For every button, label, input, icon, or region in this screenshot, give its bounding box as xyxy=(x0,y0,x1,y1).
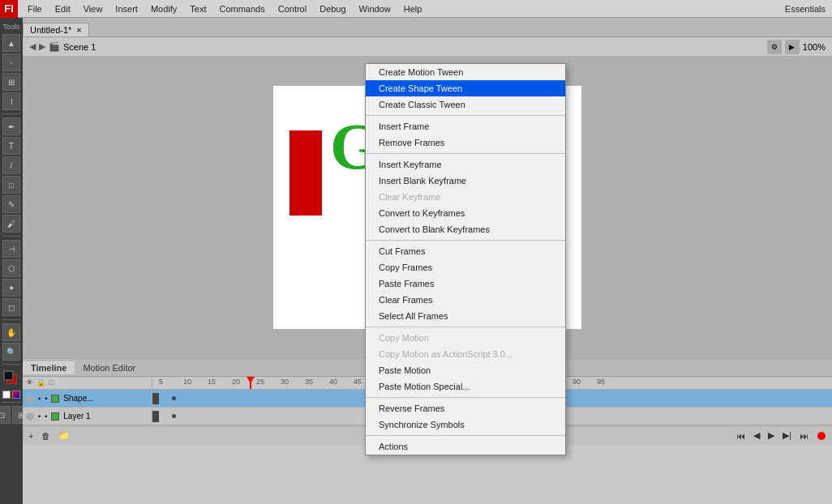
ctx-create-motion-tween[interactable]: Create Motion Tween xyxy=(366,64,565,80)
eyedropper-tool[interactable]: ✦ xyxy=(2,279,20,297)
hand-tool[interactable]: ✋ xyxy=(2,323,20,341)
play-next-btn[interactable]: ▶| xyxy=(780,429,794,442)
menu-insert[interactable]: Insert xyxy=(109,2,144,15)
subselection-tool[interactable]: ◦ xyxy=(2,53,20,71)
stage-icon-2[interactable]: ▶ xyxy=(785,40,800,54)
playhead xyxy=(250,377,251,389)
file-tab-active[interactable]: Untitled-1* × xyxy=(23,23,89,36)
layer-name-1: Layer 1 xyxy=(63,412,148,421)
menu-commands[interactable]: Commands xyxy=(212,2,271,15)
ctx-clear-frames[interactable]: Clear Frames xyxy=(366,292,565,308)
menu-view[interactable]: View xyxy=(77,2,109,15)
type-icon: □ xyxy=(49,378,53,387)
keyframe-shape-0 xyxy=(152,393,159,404)
menu-modify[interactable]: Modify xyxy=(144,2,183,15)
tab-motion-editor[interactable]: Motion Editor xyxy=(75,361,144,374)
eraser-tool[interactable]: ◻ xyxy=(2,298,20,316)
layer-shape-icon xyxy=(26,395,34,403)
stroke-color-swatch[interactable] xyxy=(3,370,14,381)
tool-divider-1 xyxy=(2,113,20,114)
bone-tool[interactable]: ⊣ xyxy=(2,240,20,258)
play-first-btn[interactable]: ⏮ xyxy=(734,430,748,442)
tools-label: Tools xyxy=(2,21,21,32)
eye-icon: 👁 xyxy=(26,378,33,387)
ruler-mark-35: 35 xyxy=(305,378,313,386)
tool-divider-4 xyxy=(2,364,20,365)
free-transform-tool[interactable]: ⊞ xyxy=(2,73,20,91)
file-tab-label: Untitled-1* xyxy=(30,25,71,35)
lock-icon-1[interactable]: • xyxy=(45,412,47,421)
paint-bucket-tool[interactable]: ⬡ xyxy=(2,259,20,277)
ctx-remove-frames[interactable]: Remove Frames xyxy=(366,135,565,151)
screen-mode-btn[interactable]: ⊡ xyxy=(0,406,11,424)
zoom-tool[interactable]: 🔍 xyxy=(2,343,20,361)
lasso-tool[interactable]: ⌇ xyxy=(2,92,20,110)
lock-icon-shape[interactable]: • xyxy=(45,395,47,403)
lock-icon: 🔒 xyxy=(36,378,45,387)
selection-tool[interactable]: ▲ xyxy=(2,34,20,52)
ctx-convert-blank-keyframes[interactable]: Convert to Blank Keyframes xyxy=(366,221,565,237)
ctx-insert-frame[interactable]: Insert Frame xyxy=(366,118,565,135)
ruler-mark-5: 5 xyxy=(159,378,163,386)
ruler-mark-30: 30 xyxy=(281,378,289,386)
play-last-btn[interactable]: ⏭ xyxy=(797,430,811,442)
line-tool[interactable]: / xyxy=(2,156,20,174)
menu-help[interactable]: Help xyxy=(397,2,429,15)
tool-divider-5 xyxy=(2,402,20,403)
ctx-paste-motion-special[interactable]: Paste Motion Special... xyxy=(366,378,565,395)
swap-color-btn[interactable] xyxy=(12,391,20,399)
menu-text[interactable]: Text xyxy=(183,2,212,15)
play-btn[interactable]: ▶ xyxy=(766,429,777,442)
text-tool[interactable]: T xyxy=(2,137,20,155)
ctx-copy-motion: Copy Motion xyxy=(366,330,565,346)
toolbar: Tools ▲ ◦ ⊞ ⌇ ✒ T / □ ✎ 🖌 ⊣ ⬡ ✦ ◻ ✋ 🔍 xyxy=(0,18,23,504)
playhead-arrow xyxy=(247,377,255,383)
breadcrumb-scene[interactable]: Scene 1 xyxy=(63,42,96,52)
menu-control[interactable]: Control xyxy=(272,2,313,15)
brush-tool[interactable]: 🖌 xyxy=(2,215,20,233)
add-layer-btn[interactable]: + xyxy=(26,430,36,442)
ctx-cut-frames[interactable]: Cut Frames xyxy=(366,243,565,259)
ctx-sep-4 xyxy=(366,327,565,327)
pencil-tool[interactable]: ✎ xyxy=(2,195,20,213)
ctx-actions[interactable]: Actions xyxy=(366,438,565,455)
timeline-ruler-left: 👁 🔒 □ xyxy=(23,377,152,389)
eye-icon-shape[interactable]: • xyxy=(38,395,41,403)
play-prev-btn[interactable]: ◀ xyxy=(751,429,762,442)
tool-divider-2 xyxy=(2,236,20,237)
ctx-copy-frames[interactable]: Copy Frames xyxy=(366,259,565,275)
keyframe-1-0 xyxy=(152,411,159,422)
rectangle-tool[interactable]: □ xyxy=(2,176,20,194)
menu-bar: Fl File Edit View Insert Modify Text Com… xyxy=(0,0,832,18)
color-controls xyxy=(2,391,20,399)
ctx-synchronize-symbols[interactable]: Synchronize Symbols xyxy=(366,416,565,433)
color-swatches xyxy=(2,369,20,386)
ctx-reverse-frames[interactable]: Reverse Frames xyxy=(366,400,565,416)
ctx-paste-motion[interactable]: Paste Motion xyxy=(366,362,565,378)
menu-edit[interactable]: Edit xyxy=(49,2,77,15)
layer-type-icon-1[interactable] xyxy=(51,412,59,421)
ctx-insert-blank-keyframe[interactable]: Insert Blank Keyframe xyxy=(366,173,565,189)
ctx-select-all-frames[interactable]: Select All Frames xyxy=(366,308,565,324)
new-folder-btn[interactable]: 📁 xyxy=(56,429,72,442)
no-color-btn[interactable] xyxy=(2,391,11,399)
tab-timeline[interactable]: Timeline xyxy=(23,361,75,374)
ctx-create-shape-tween[interactable]: Create Shape Tween xyxy=(366,80,565,96)
file-tabbar: Untitled-1* × xyxy=(23,18,832,37)
ctx-paste-frames[interactable]: Paste Frames xyxy=(366,275,565,292)
layer-type-icon-shape[interactable] xyxy=(51,395,59,403)
ruler-mark-20: 20 xyxy=(232,378,240,386)
eye-icon-1[interactable]: • xyxy=(38,412,41,421)
menu-window[interactable]: Window xyxy=(353,2,397,15)
delete-layer-btn[interactable]: 🗑 xyxy=(39,430,53,442)
menu-file[interactable]: File xyxy=(21,2,49,15)
pen-tool[interactable]: ✒ xyxy=(2,117,20,135)
ctx-convert-keyframes[interactable]: Convert to Keyframes xyxy=(366,205,565,221)
breadcrumb-bar: ◀ ▶ 🎬 Scene 1 ⚙ ▶ 100% xyxy=(23,37,832,57)
stage-icon-1[interactable]: ⚙ xyxy=(767,40,782,54)
ctx-insert-keyframe[interactable]: Insert Keyframe xyxy=(366,156,565,173)
file-tab-close[interactable]: × xyxy=(76,25,81,35)
menu-debug[interactable]: Debug xyxy=(313,2,352,15)
breadcrumb-arrow-right: ▶ xyxy=(39,41,45,52)
ctx-create-classic-tween[interactable]: Create Classic Tween xyxy=(366,96,565,113)
